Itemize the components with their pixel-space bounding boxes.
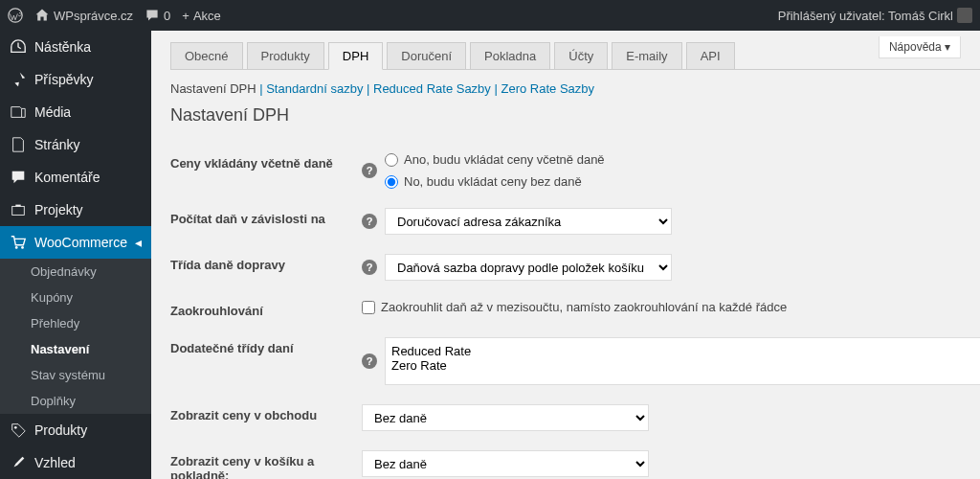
admin-menu: Nástěnka Příspěvky Média Stránky Komentá… bbox=[0, 31, 151, 479]
radio-yes[interactable]: Ano, budu vkládat ceny včetně daně bbox=[385, 152, 605, 167]
submenu-reports[interactable]: Přehledy bbox=[0, 310, 151, 336]
tab-products[interactable]: Produkty bbox=[247, 42, 324, 69]
help-icon[interactable]: ? bbox=[362, 354, 377, 369]
submenu-orders[interactable]: Objednávky bbox=[0, 259, 151, 285]
menu-products[interactable]: Produkty bbox=[0, 414, 151, 446]
menu-pages[interactable]: Stránky bbox=[0, 128, 151, 161]
radio-no[interactable]: No, budu vkládat ceny bez daně bbox=[385, 174, 605, 189]
label-rounding: Zaokrouhlování bbox=[170, 300, 362, 318]
help-icon[interactable]: ? bbox=[362, 214, 377, 229]
comments-count[interactable]: 0 bbox=[145, 8, 170, 23]
site-name[interactable]: WPsprávce.cz bbox=[34, 8, 133, 23]
tab-checkout[interactable]: Pokladna bbox=[470, 42, 550, 69]
admin-bar: WPsprávce.cz 0 +Akce Přihlášený uživatel… bbox=[0, 0, 980, 31]
label-shipping-class: Třída daně dopravy bbox=[170, 254, 362, 272]
label-prices-include: Ceny vkládány včetně daně bbox=[170, 152, 362, 171]
select-shipping-class[interactable]: Daňová sazba dopravy podle položek košík… bbox=[385, 254, 672, 281]
content-area: Obecné Produkty DPH Doručení Pokladna Úč… bbox=[151, 31, 980, 479]
link-zero-rates[interactable]: Zero Rate Sazby bbox=[501, 81, 594, 96]
svg-rect-1 bbox=[12, 206, 25, 215]
tab-tax[interactable]: DPH bbox=[328, 42, 383, 70]
select-display-cart[interactable]: Bez daně bbox=[362, 450, 649, 477]
submenu-settings[interactable]: Nastavení bbox=[0, 336, 151, 362]
page-icon bbox=[10, 136, 27, 153]
tab-accounts[interactable]: Účty bbox=[554, 42, 608, 69]
label-additional: Dodatečné třídy daní bbox=[170, 337, 362, 355]
help-icon[interactable]: ? bbox=[362, 260, 377, 275]
link-standard-rates[interactable]: Standardní sazby bbox=[266, 81, 363, 96]
tab-emails[interactable]: E-maily bbox=[612, 42, 681, 69]
select-calc-based[interactable]: Doručovací adresa zákazníka bbox=[385, 208, 672, 235]
media-icon bbox=[10, 103, 27, 121]
checkbox-rounding[interactable]: Zaokrouhlit daň až v mezisoučtu, namísto… bbox=[362, 300, 787, 314]
chevron-left-icon: ◂ bbox=[135, 235, 142, 250]
label-display-cart: Zobrazit ceny v košíku a pokladně: bbox=[170, 450, 362, 479]
svg-point-2 bbox=[15, 246, 18, 249]
label-calc-based: Počítat daň v závislosti na bbox=[170, 208, 362, 226]
svg-point-3 bbox=[21, 246, 24, 249]
pin-icon bbox=[10, 71, 27, 88]
menu-appearance[interactable]: Vzhled bbox=[0, 446, 151, 479]
tab-shipping[interactable]: Doručení bbox=[387, 42, 466, 69]
submenu-coupons[interactable]: Kupóny bbox=[0, 285, 151, 310]
woocommerce-submenu: Objednávky Kupóny Přehledy Nastavení Sta… bbox=[0, 259, 151, 414]
my-account[interactable]: Přihlášený uživatel: Tomáš Cirkl bbox=[778, 8, 972, 23]
settings-tabs: Obecné Produkty DPH Doručení Pokladna Úč… bbox=[170, 31, 980, 70]
tab-api[interactable]: API bbox=[686, 42, 735, 69]
menu-projects[interactable]: Projekty bbox=[0, 194, 151, 226]
submenu-addons[interactable]: Doplňky bbox=[0, 388, 151, 414]
avatar bbox=[957, 8, 972, 23]
link-reduced-rates[interactable]: Reduced Rate Sazby bbox=[373, 81, 491, 96]
label-display-shop: Zobrazit ceny v obchodu bbox=[170, 404, 362, 422]
portfolio-icon bbox=[10, 201, 27, 218]
brush-icon bbox=[10, 454, 27, 471]
svg-point-4 bbox=[14, 426, 17, 429]
cart-icon bbox=[10, 234, 27, 251]
textarea-additional-classes[interactable] bbox=[385, 337, 980, 385]
help-tab[interactable]: Nápověda ▾ bbox=[879, 36, 961, 58]
menu-posts[interactable]: Příspěvky bbox=[0, 63, 151, 96]
menu-dashboard[interactable]: Nástěnka bbox=[0, 31, 151, 63]
page-heading: Nastavení DPH bbox=[170, 105, 980, 125]
sub-nav: Nastavení DPH | Standardní sazby | Reduc… bbox=[170, 81, 980, 96]
submenu-status[interactable]: Stav systému bbox=[0, 362, 151, 388]
menu-media[interactable]: Média bbox=[0, 96, 151, 128]
menu-woocommerce[interactable]: WooCommerce◂ bbox=[0, 226, 151, 259]
new-content[interactable]: +Akce bbox=[182, 9, 221, 23]
comment-icon bbox=[10, 169, 27, 186]
tag-icon bbox=[10, 422, 27, 439]
wp-logo[interactable] bbox=[8, 8, 23, 23]
help-icon[interactable]: ? bbox=[362, 163, 377, 178]
select-display-shop[interactable]: Bez daně bbox=[362, 404, 649, 431]
tab-general[interactable]: Obecné bbox=[170, 42, 243, 69]
dashboard-icon bbox=[10, 38, 27, 56]
menu-comments[interactable]: Komentáře bbox=[0, 161, 151, 194]
